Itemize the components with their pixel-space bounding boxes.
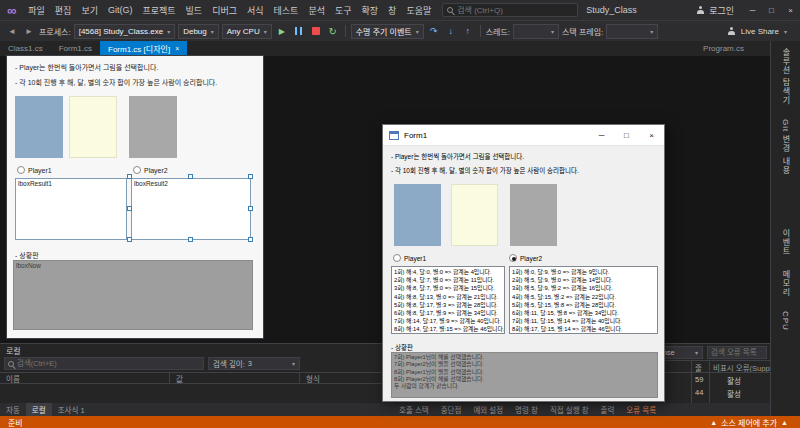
column-name[interactable]: 이름 [0,373,170,383]
menu-edit[interactable]: 편집 [50,4,77,17]
continue-button[interactable]: ▶ [275,24,289,39]
error-row-state[interactable]: 활성 [727,388,741,399]
menu-tools[interactable]: 도구 [330,4,357,17]
list-item[interactable]: 8회) Player1님이 별을 선택했습니다. [394,369,655,376]
selection-handle[interactable] [188,237,193,242]
list-item[interactable]: 6회) 해:8, 달:17, 별:9 => 합계는 34입니다. [394,309,502,317]
list-item[interactable]: 3회) 해:5, 달:9, 별:2 => 합계는 16입니다. [512,284,655,292]
add-to-source-control-button[interactable]: ▲ 소스 제어에 추가 ▲ [710,417,792,428]
column-type[interactable]: 형식 [300,373,389,383]
menu-file[interactable]: 파일 [23,4,50,17]
restart-button[interactable]: ↻ [326,24,340,39]
sidebar-memory[interactable]: 메모리 [780,263,791,304]
designer-picturebox-sun[interactable] [15,96,63,158]
quick-search-box[interactable] [442,3,578,17]
close-button[interactable]: × [781,0,800,20]
list-item[interactable]: 2회) 해:5, 달:9, 별:0 => 합계는 14입니다. [512,276,655,284]
list-item[interactable]: 1회) 해:0, 달:9, 별:0 => 합계는 9입니다. [512,268,655,276]
list-item[interactable]: 7회) 해:14, 달:17, 별:9 => 합계는 40입니다. [394,317,502,325]
menu-build[interactable]: 빌드 [181,4,208,17]
step-out-button[interactable]: ↑ [461,24,475,39]
selection-handle[interactable] [127,206,132,211]
tab-locals[interactable]: 로컬 [26,403,52,416]
close-tab-icon[interactable]: × [175,45,179,52]
lifecycle-events-dropdown[interactable]: 수명 주기 이벤트 ▾ [351,24,424,39]
picturebox-star[interactable] [510,184,557,246]
listbox-result1[interactable]: 1회) 해:4, 달:0, 별:0 => 합계는 4입니다. 2회) 해:4, … [391,266,505,334]
tab-autos[interactable]: 자동 [0,403,26,416]
break-all-button[interactable] [292,24,306,39]
menu-debug[interactable]: 디버그 [207,4,242,17]
list-item[interactable]: 1회) 해:4, 달:0, 별:0 => 합계는 4입니다. [394,268,502,276]
radio-player2[interactable]: Player2 [509,254,542,262]
form1-title-bar[interactable]: Form1 ─ □ × [383,125,664,146]
tab-program-cs[interactable]: Program.cs [695,41,752,56]
selection-handle[interactable] [188,174,193,179]
designer-listbox-result2[interactable]: lboxResult2 [131,178,251,240]
tab-error-list[interactable]: 오류 목록 [620,403,662,416]
navigate-back-icon[interactable]: ◄ [5,24,19,39]
designer-radio-player2[interactable]: Player2 [133,166,168,174]
tab-class1-cs[interactable]: Class1.cs [0,41,51,56]
tab-output[interactable]: 출력 [595,403,621,416]
menu-project[interactable]: 프로젝트 [137,4,180,17]
list-item[interactable]: 6회) 해:11, 달:15, 별:8 => 합계는 34입니다. [512,309,655,317]
quick-search-input[interactable] [457,6,573,15]
designer-radio-player1[interactable]: Player1 [17,166,52,174]
thread-dropdown[interactable]: ▾ [513,24,559,39]
listbox-now[interactable]: 7회) Player1님이 해를 선택했습니다. 7회) Player2님이 별… [391,352,658,398]
navigate-forward-icon[interactable]: ► [22,24,36,39]
error-search-box[interactable] [707,346,767,359]
menu-test[interactable]: 테스트 [269,4,304,17]
error-row-line[interactable]: 59 [695,375,703,384]
tab-watch1[interactable]: 조사식 1 [52,403,91,416]
locals-search-box[interactable] [4,357,204,370]
tab-immediate-window[interactable]: 직접 실행 창 [544,403,595,416]
list-item[interactable]: 두 사람의 합계가 같습니다. [394,383,655,390]
menu-git[interactable]: Git(G) [103,5,138,15]
menu-extensions[interactable]: 확장 [357,4,384,17]
form-minimize-button[interactable]: ─ [589,125,614,145]
locals-search-input[interactable] [17,359,200,368]
step-over-button[interactable]: ↷ [427,24,441,39]
menu-window[interactable]: 창 [383,4,401,17]
list-item[interactable]: 4회) 해:8, 달:13, 별:0 => 합계는 21입니다. [394,293,502,301]
selection-handle[interactable] [248,237,253,242]
sidebar-solution-explorer[interactable]: 솔루션 탐색기 [780,41,791,112]
minimize-button[interactable]: ─ [743,0,762,20]
picturebox-sun[interactable] [394,184,441,246]
live-share-button[interactable]: Live Share [741,27,779,36]
picturebox-moon[interactable] [451,184,498,246]
tab-command-window[interactable]: 명령 창 [509,403,544,416]
maximize-button[interactable]: □ [762,0,781,20]
error-search-input[interactable] [711,348,763,357]
list-item[interactable]: 4회) 해:5, 달:15, 별:2 => 합계는 22입니다. [512,293,655,301]
form-close-button[interactable]: × [639,125,664,145]
designer-picturebox-moon[interactable] [69,96,117,158]
menu-format[interactable]: 서식 [242,4,269,17]
sign-in-button[interactable]: 로그인 [687,4,743,17]
menu-view[interactable]: 보기 [76,4,103,17]
designer-label-rule2[interactable]: - 각 10회 진행 후 해, 달, 별의 숫자 합이 가장 높은 사람이 승리… [15,77,217,87]
configuration-dropdown[interactable]: Debug ▾ [178,24,219,39]
winforms-designer-form[interactable]: - Player는 한번씩 돌아가면서 그림을 선택합니다. - 각 10회 진… [7,56,263,338]
sidebar-cpu[interactable]: CPU [781,304,790,338]
tab-form1-design[interactable]: Form1.cs [디자인] × [100,41,187,56]
radio-player1[interactable]: Player1 [393,254,426,262]
sidebar-events[interactable]: 이벤트 [780,222,791,263]
selection-handle[interactable] [248,174,253,179]
list-item[interactable]: 7회) Player2님이 별을 선택했습니다. [394,361,655,368]
list-item[interactable]: 2회) 해:4, 달:7, 별:0 => 합계는 11입니다. [394,276,502,284]
search-depth-dropdown[interactable]: 검색 깊이: 3 ▾ [208,357,300,370]
form1-window[interactable]: Form1 ─ □ × - Player는 한번씩 돌아가면서 그림을 선택합니… [382,124,665,402]
menu-help[interactable]: 도움말 [401,4,436,17]
selection-handle[interactable] [248,206,253,211]
list-item[interactable]: 5회) 해:8, 달:17, 별:3 => 합계는 28입니다. [394,301,502,309]
sidebar-git-changes[interactable]: Git 변경 내용 [780,112,791,182]
stack-frame-dropdown[interactable]: ▾ [606,24,658,39]
listbox-result2[interactable]: 1회) 해:0, 달:9, 별:0 => 합계는 9입니다. 2회) 해:5, … [509,266,658,334]
list-item[interactable]: 8회) 해:17, 달:15, 별:14 => 합계는 46입니다. [512,325,655,333]
designer-picturebox-star[interactable] [129,96,177,158]
tab-exception-settings[interactable]: 예외 설정 [467,403,509,416]
list-item[interactable]: 8회) 해:14, 달:17, 별:15 => 합계는 46입니다. [394,325,502,333]
